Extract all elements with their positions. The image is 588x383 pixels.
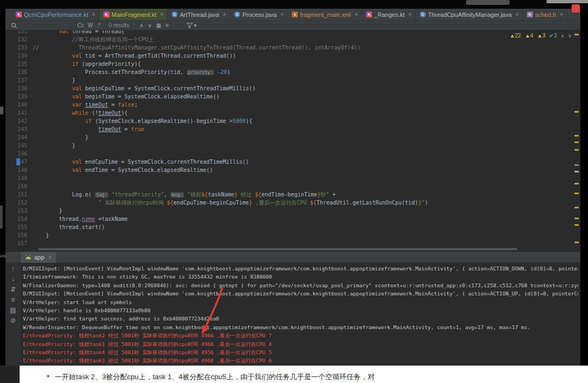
scroll-to-top-icon[interactable]: ↑ (11, 265, 15, 272)
search-input[interactable] (22, 22, 72, 29)
titlebar-fragment (466, 0, 510, 5)
prev-match-icon[interactable]: ∧ (139, 22, 143, 28)
code-line[interactable]: 145 } (5, 141, 573, 150)
tab-sched-h[interactable]: hsched.h× (523, 9, 567, 20)
tab-process-java[interactable]: CProcess.java× (230, 9, 288, 20)
code-line[interactable]: 151 Log.e( tag: "threadPriority", msg: "… (5, 190, 573, 199)
code-line[interactable]: 144 } (5, 133, 573, 141)
run-tab-app[interactable]: app × (21, 252, 56, 263)
stripe-mark[interactable] (574, 193, 579, 194)
code-text: " 实际获得执行的cpu时间 ${endCpuTime-beginCpuTime… (33, 199, 428, 207)
tab-label: ThreadCpuAffinityManager.java (428, 11, 512, 18)
code-line[interactable]: 155 thread.start() (5, 223, 573, 231)
stripe-mark[interactable] (574, 183, 579, 184)
close-icon[interactable]: × (223, 11, 226, 17)
scroll-to-bottom-icon[interactable]: ↓ (11, 276, 15, 282)
close-icon[interactable]: × (408, 11, 412, 17)
log-line[interactable]: V/ArtHelper: start load art symbols (23, 298, 578, 306)
stripe-mark[interactable] (574, 207, 579, 208)
log-line[interactable]: W/RenderInspector: DequeueBuffer time ou… (23, 323, 578, 331)
code-line[interactable]: 136 Process.setThreadPriority(tid, prior… (5, 68, 573, 76)
log-line[interactable]: V/ArtHelper: handle is 0xb4000077133a9b8… (23, 306, 578, 314)
tab-threadcpuaffinitymanager-java[interactable]: CThreadCpuAffinityManager.java× (416, 9, 523, 20)
code-line[interactable]: 142 if (SystemClock.elapsedRealtime()-be… (5, 117, 573, 125)
log-line[interactable]: W/FinalizerDaemon: type=1400 audit(0.0:2… (23, 281, 578, 289)
filter-results-button[interactable]: ▾ (187, 22, 197, 28)
code-line[interactable]: 147 val endCpuTime = SystemClock.current… (5, 158, 573, 166)
print-icon[interactable]: ▤ (10, 307, 16, 313)
log-line[interactable]: I/timizeframework: This is non sticky GC… (23, 273, 578, 281)
log-line[interactable]: E/threadPriority: 线程task4 经过 5001秒 实际获得执… (23, 348, 578, 356)
stripe-mark[interactable] (574, 141, 579, 143)
tab--ranges-kt[interactable]: K_Ranges.kt× (362, 9, 416, 20)
regex-toggle[interactable]: .* (97, 22, 101, 28)
stripe-mark[interactable] (574, 34, 579, 35)
close-icon[interactable]: × (92, 11, 95, 17)
log-line[interactable]: V/artHelper: find target success, addres… (23, 314, 578, 323)
code-line[interactable]: 134 val tid = ArtThread.getTid(Thread.cu… (5, 52, 573, 60)
line-number: 148 (9, 166, 33, 174)
next-issue-icon[interactable]: ∨ (568, 33, 572, 39)
stripe-mark[interactable] (574, 218, 579, 219)
clear-console-icon[interactable]: ⊘ (10, 317, 16, 324)
log-line[interactable]: E/threadPriority: 线程task3 经过 5001秒 实际获得执… (23, 356, 578, 365)
code-line[interactable]: 156 } (5, 231, 573, 239)
tab-mainfragment-kt[interactable]: KMainFragment.kt× (100, 9, 168, 20)
stripe-mark[interactable] (574, 171, 579, 172)
line-number: 147 (9, 158, 33, 166)
code-line[interactable]: 141 while (!timeOut){ (5, 109, 573, 117)
code-line[interactable]: 150 (5, 182, 573, 190)
code-line[interactable]: 135 if (upgradePriority){ (5, 60, 573, 68)
log-line[interactable]: E/threadPriority: 线程task2 经过 5001秒 实际获得执… (23, 331, 578, 339)
code-text: while (!timeOut){ (33, 109, 128, 117)
log-line[interactable]: E/threadPriority: 线程task1 经过 5001秒 实际获得执… (23, 340, 578, 348)
inspections-widget[interactable]: ▲22▲4▲3✔3∧∨ (510, 33, 572, 39)
code-line[interactable]: 143 timeOut = true (5, 125, 573, 133)
select-all-matches-icon[interactable]: ▦ (156, 22, 161, 28)
code-editor[interactable]: 131 val thread = Thread{132 //将工作线程绑定在同一… (5, 30, 580, 251)
code-line[interactable]: 132 //将工作线程绑定在同一个CPU上 (5, 35, 573, 44)
close-icon[interactable]: × (160, 11, 163, 17)
scroll-to-end-icon[interactable]: ⇵ (10, 286, 16, 293)
stripe-mark[interactable] (574, 242, 579, 243)
soft-wrap-icon[interactable]: ≡ (11, 296, 15, 303)
tab-qcmcpuperformance-kt[interactable]: KQcmCpuPerformance.kt× (12, 9, 100, 20)
log-line[interactable]: D/MIUIInput: [MotionEvent] ViewRootImpl … (23, 264, 578, 273)
code-line[interactable]: 139 val beginTime = SystemClock.elapsedR… (5, 92, 573, 101)
close-icon[interactable]: × (516, 11, 519, 17)
code-line[interactable]: 131 val thread = Thread{ (5, 30, 573, 35)
match-case-toggle[interactable]: Cc (77, 22, 84, 28)
horizontal-scrollbar[interactable] (38, 248, 517, 250)
close-icon[interactable]: × (355, 11, 358, 17)
tab-fragment-main-xml[interactable]: xfragment_main.xml× (288, 9, 362, 20)
stripe-mark[interactable] (574, 111, 579, 113)
code-line[interactable]: 133// ThreadCpuAffinityManager.setCpuAff… (5, 44, 573, 52)
error-stripe[interactable] (573, 30, 580, 251)
ide-window: KQcmCpuPerformance.kt×KMainFragment.kt×C… (5, 9, 580, 366)
code-line[interactable]: 140 var timeOut = false; (5, 101, 573, 109)
code-line[interactable]: 152 " 实际获得执行的cpu时间 ${endCpuTime-beginCpu… (5, 199, 573, 207)
words-toggle[interactable]: W (88, 22, 93, 28)
close-icon[interactable]: × (280, 11, 284, 17)
close-icon[interactable]: × (560, 11, 563, 17)
tab-artthread-java[interactable]: CArtThread.java× (168, 9, 230, 20)
code-line[interactable]: 149 (5, 174, 573, 182)
stripe-mark[interactable] (574, 149, 579, 151)
code-line[interactable]: 153 } (5, 207, 573, 215)
stripe-mark[interactable] (574, 135, 579, 137)
close-icon[interactable]: × (48, 254, 52, 260)
prev-issue-icon[interactable]: ∧ (561, 33, 565, 39)
record-indicator-icon[interactable] (572, 4, 580, 13)
log-line[interactable]: D/MIUIInput: [MotionEvent] ViewRootImpl … (23, 289, 578, 298)
code-line[interactable]: 137 } (5, 76, 573, 84)
code-line[interactable]: 138 val beginCpuTime = SystemClock.curre… (5, 84, 573, 92)
code-segment: ${ (167, 200, 174, 206)
code-line[interactable]: 154 thread.name =taskName (5, 215, 573, 223)
stripe-mark[interactable] (574, 224, 579, 226)
more-options-icon[interactable]: ≡ (166, 22, 169, 28)
next-match-icon[interactable]: ∨ (148, 22, 151, 28)
code-line[interactable]: 146 (5, 150, 573, 158)
stripe-mark[interactable] (574, 164, 579, 166)
code-line[interactable]: 157 (5, 239, 573, 248)
code-line[interactable]: 148 val endTime = SystemClock.elapsedRea… (5, 166, 573, 174)
